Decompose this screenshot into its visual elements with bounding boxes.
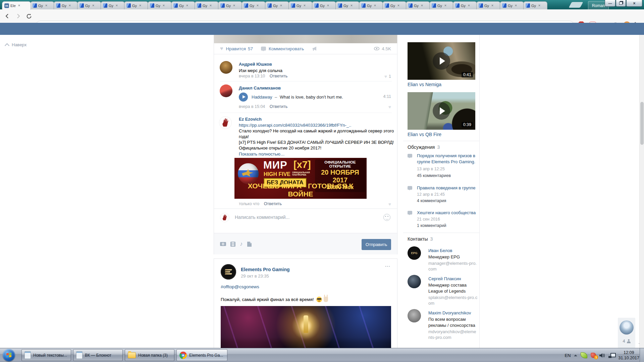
online-friends-widget[interactable]: 4 xyxy=(618,318,635,348)
audio-attachment[interactable]: Haddaway – What is love, baby don't hurt… xyxy=(252,94,343,100)
comment-like[interactable]: ♥ xyxy=(388,201,391,207)
taskbar-item-folder[interactable]: Новая папка (3) xyxy=(125,349,174,361)
back-to-top-link[interactable]: Наверх xyxy=(5,42,26,47)
contact-avatar[interactable] xyxy=(408,275,421,288)
post-menu-icon[interactable]: ... xyxy=(385,262,390,268)
browser-tab[interactable]: Gy xyxy=(54,1,78,9)
browser-tab[interactable]: Gy xyxy=(335,1,360,9)
tab-close-icon[interactable] xyxy=(303,4,307,8)
group-logo[interactable] xyxy=(221,264,236,280)
commenter-name[interactable]: Андрей Юшков xyxy=(239,62,272,67)
tab-close-icon[interactable] xyxy=(467,4,471,8)
attach-photo-icon[interactable] xyxy=(220,242,226,246)
language-indicator[interactable]: EN xyxy=(565,353,571,358)
browser-tab[interactable]: Gy xyxy=(382,1,407,9)
audio-artist[interactable]: Haddaway xyxy=(252,95,272,100)
close-button[interactable]: × xyxy=(626,0,642,7)
tray-red-icon[interactable]: 1 xyxy=(591,353,596,358)
attach-document-icon[interactable] xyxy=(247,242,252,247)
contact-avatar[interactable] xyxy=(408,309,421,322)
tab-close-icon[interactable] xyxy=(443,4,447,8)
video-thumbnail[interactable]: 0:39 xyxy=(408,92,475,130)
taskbar-item-chrome[interactable]: Elements Pro Ga... xyxy=(176,349,227,361)
discussion-link[interactable]: Порядок получения призов в группе Elemen… xyxy=(417,153,476,165)
hidden-icons-arrow[interactable] xyxy=(574,353,577,356)
video-thumbnail[interactable]: 0:41 xyxy=(408,42,475,80)
browser-tab[interactable]: Gy xyxy=(124,1,148,9)
minimize-button[interactable]: — xyxy=(605,0,615,7)
browser-tab[interactable]: Gy xyxy=(429,1,453,9)
tab-close-icon[interactable] xyxy=(279,4,283,8)
browser-tab[interactable]: Gy xyxy=(500,1,524,9)
tab-close-icon[interactable] xyxy=(514,4,518,8)
discussions-title[interactable]: Обсуждения xyxy=(408,144,435,150)
back-button[interactable] xyxy=(3,12,11,20)
video-title[interactable]: Elian vs Nemiga xyxy=(408,82,441,87)
video-title[interactable]: Elian vs QB Fire xyxy=(408,132,441,137)
forward-button[interactable] xyxy=(14,12,22,20)
post-photo[interactable] xyxy=(221,306,391,348)
browser-tab[interactable]: Gy xyxy=(30,1,54,9)
reply-link[interactable]: Ответить xyxy=(270,104,287,109)
clock[interactable]: 12:09 31.10.2017 xyxy=(618,350,639,361)
share-megaphone-icon[interactable] xyxy=(312,46,318,51)
tab-close-icon[interactable] xyxy=(44,4,48,8)
commenter-avatar[interactable] xyxy=(220,84,232,97)
tab-close-icon[interactable] xyxy=(91,4,95,8)
contact-name[interactable]: Maxim Dvoryanchikov xyxy=(428,310,471,315)
browser-tab[interactable]: Gy xyxy=(171,1,195,9)
reload-button[interactable] xyxy=(25,12,33,20)
tab-close-icon[interactable] xyxy=(326,4,330,8)
browser-tab[interactable]: Gy xyxy=(359,1,383,9)
server-promo-banner-image[interactable]: МИР [x7] HIGH FIVE ОФИЦИАЛЬНАЯ ПЛАТФОРМА… xyxy=(234,158,367,199)
post-date[interactable]: 29 окт в 23:35 xyxy=(241,274,269,279)
contact-email[interactable]: splaksin@elements-pro.com xyxy=(428,295,478,306)
tab-close-icon[interactable] xyxy=(373,4,377,8)
comment-like[interactable]: ♥ xyxy=(388,104,391,110)
browser-tab[interactable]: Gy xyxy=(312,1,336,9)
show-more-link[interactable]: Показать полностью… xyxy=(239,151,285,157)
network-icon[interactable] xyxy=(608,353,615,358)
browser-tab[interactable]: Gy xyxy=(476,1,500,9)
tab-close-icon[interactable] xyxy=(209,4,213,8)
tab-close-icon[interactable] xyxy=(162,4,166,8)
send-comment-button[interactable]: Отправить xyxy=(362,239,391,250)
restore-button[interactable] xyxy=(616,0,626,7)
browser-tab[interactable]: Gy xyxy=(195,1,219,9)
like-button[interactable]: Нравится xyxy=(226,46,246,51)
online-friend-avatar[interactable] xyxy=(620,320,634,335)
browser-tab[interactable]: Gy xyxy=(101,1,125,9)
contact-email[interactable]: manager@elements-pro.com xyxy=(428,260,478,272)
post-hashtag-link[interactable]: #offtop@csgonews xyxy=(221,284,259,289)
browser-tab[interactable]: Gy xyxy=(241,1,266,9)
browser-tab[interactable]: Gy xyxy=(453,1,477,9)
tab-close-icon[interactable] xyxy=(537,4,541,8)
taskbar-item-notepad2[interactable]: ВК — Блокнот xyxy=(73,349,123,361)
scrollbar-thumb[interactable] xyxy=(640,102,644,145)
tab-close-icon[interactable] xyxy=(490,4,494,8)
tab-close-icon[interactable] xyxy=(256,4,260,8)
taskbar-item-notepad[interactable]: Новый текстовы... xyxy=(21,349,71,361)
browser-tab[interactable]: Gy xyxy=(77,1,101,9)
tab-close-icon[interactable] xyxy=(17,4,21,8)
commenter-avatar[interactable] xyxy=(220,61,232,74)
tab-close-icon[interactable] xyxy=(396,4,400,8)
comment-button[interactable]: Комментировать xyxy=(269,46,304,51)
tray-green-icon[interactable] xyxy=(581,352,587,358)
scrollbar[interactable] xyxy=(639,35,644,348)
tab-close-icon[interactable] xyxy=(350,4,354,8)
tab-close-icon[interactable] xyxy=(115,4,119,8)
commenter-avatar[interactable] xyxy=(219,116,232,129)
reply-link[interactable]: Ответить xyxy=(264,201,282,206)
browser-tab[interactable]: Gy xyxy=(265,1,289,9)
browser-tab[interactable]: Gy xyxy=(523,1,547,9)
post-author[interactable]: Elements Pro Gaming xyxy=(241,267,289,272)
reply-link[interactable]: Ответить xyxy=(270,74,287,78)
tab-close-icon[interactable] xyxy=(232,4,236,8)
contact-email[interactable]: mdvoryanchikov@elements-pro.com xyxy=(428,329,478,340)
discussion-link[interactable]: Правила поведения в группе xyxy=(417,185,476,191)
commenter-name[interactable]: Данил Салимханов xyxy=(239,85,281,90)
attach-video-icon[interactable] xyxy=(230,242,235,247)
tab-vk-active[interactable]: VK Ele xyxy=(2,1,31,10)
start-button[interactable] xyxy=(3,349,15,361)
